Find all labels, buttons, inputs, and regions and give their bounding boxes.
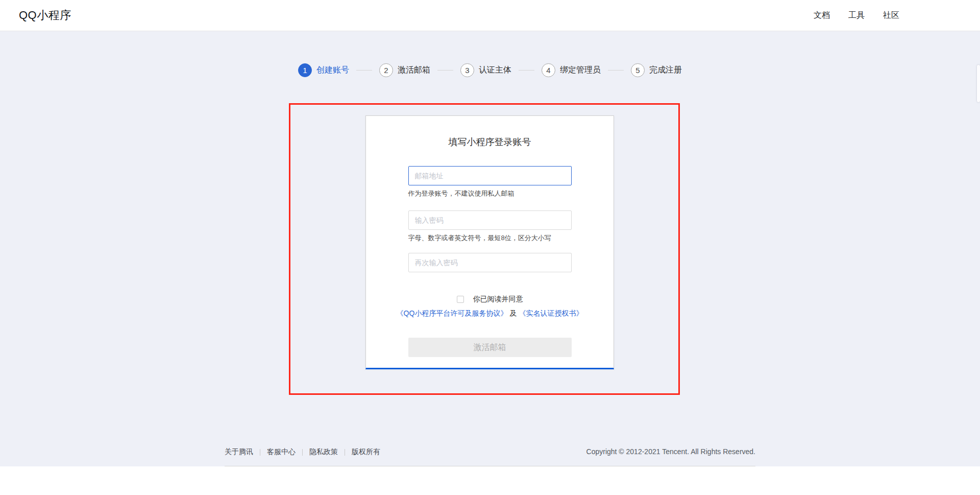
- footer-divider: [345, 449, 345, 456]
- password-confirm-field[interactable]: [408, 253, 572, 272]
- email-hint: 作为登录账号，不建议使用私人邮箱: [408, 189, 572, 198]
- step-create-account: 1 创建账号: [298, 63, 349, 77]
- registration-form-card: 填写小程序登录账号 作为登录账号，不建议使用私人邮箱 字母、数字或者英文符号，最…: [365, 115, 614, 369]
- step-4-label: 绑定管理员: [560, 65, 601, 76]
- registration-stepper: 1 创建账号 2 激活邮箱 3 认证主体 4 绑定管理员 5 完成注册: [0, 63, 980, 77]
- agreement-conjunction: 及: [509, 309, 517, 317]
- page-footer: 关于腾讯 客服中心 隐私政策 版权所有 Copyright © 2012-202…: [225, 447, 755, 466]
- agreement-section: 你已阅读并同意 《QQ小程序平台许可及服务协议》及《实名认证授权书》: [366, 295, 614, 318]
- footer-links: 关于腾讯 客服中心 隐私政策 版权所有: [225, 447, 380, 457]
- email-field[interactable]: [408, 166, 572, 185]
- footer-divider: [302, 449, 303, 456]
- step-4-circle: 4: [542, 63, 555, 77]
- nav-link-docs[interactable]: 文档: [814, 10, 830, 21]
- footer-divider: [260, 449, 260, 456]
- step-5-label: 完成注册: [649, 65, 682, 76]
- step-2-circle: 2: [379, 63, 393, 77]
- step-1-label: 创建账号: [316, 65, 349, 76]
- step-complete-registration: 5 完成注册: [631, 63, 682, 77]
- footer-link-privacy-policy[interactable]: 隐私政策: [309, 447, 338, 457]
- footer-link-about-tencent[interactable]: 关于腾讯: [225, 447, 253, 457]
- scrollbar-thumb[interactable]: [977, 65, 980, 102]
- footer-link-copyright[interactable]: 版权所有: [352, 447, 380, 457]
- step-connector: [519, 70, 534, 70]
- top-header: QQ小程序 文档 工具 社区: [0, 0, 980, 31]
- agreement-checkbox[interactable]: [457, 296, 464, 303]
- step-activate-email: 2 激活邮箱: [379, 63, 430, 77]
- step-5-circle: 5: [631, 63, 645, 77]
- step-bind-admin: 4 绑定管理员: [542, 63, 601, 77]
- service-agreement-link[interactable]: 《QQ小程序平台许可及服务协议》: [397, 309, 508, 317]
- footer-link-customer-service[interactable]: 客服中心: [267, 447, 296, 457]
- step-1-circle: 1: [298, 63, 312, 77]
- copyright-text: Copyright © 2012-2021 Tencent. All Right…: [586, 447, 755, 456]
- header-nav: 文档 工具 社区: [814, 10, 899, 21]
- step-connector: [356, 70, 372, 70]
- agreement-label: 你已阅读并同意: [473, 295, 523, 304]
- step-2-label: 激活邮箱: [398, 65, 430, 76]
- step-connector: [608, 70, 624, 70]
- realname-authorization-link[interactable]: 《实名认证授权书》: [519, 309, 583, 317]
- step-3-label: 认证主体: [479, 65, 511, 76]
- password-field[interactable]: [408, 210, 572, 230]
- step-3-circle: 3: [460, 63, 474, 77]
- app-logo[interactable]: QQ小程序: [19, 8, 71, 23]
- nav-link-community[interactable]: 社区: [883, 10, 899, 21]
- activate-email-button[interactable]: 激活邮箱: [408, 338, 572, 357]
- step-verify-entity: 3 认证主体: [460, 63, 511, 77]
- password-hint: 字母、数字或者英文符号，最短8位，区分大小写: [408, 233, 572, 243]
- form-title: 填写小程序登录账号: [366, 136, 614, 148]
- step-connector: [437, 70, 453, 70]
- nav-link-tools[interactable]: 工具: [848, 10, 865, 21]
